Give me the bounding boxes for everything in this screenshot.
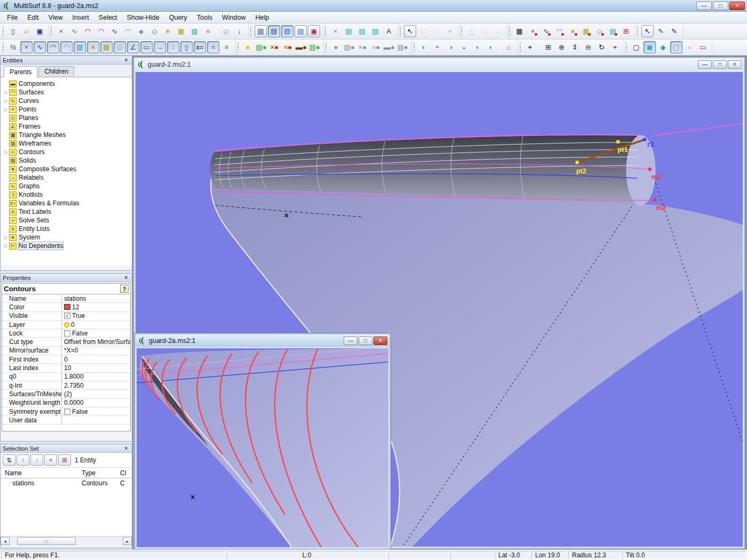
drag-curve-button[interactable]: ∿ <box>540 25 552 37</box>
menu-query[interactable]: Query <box>164 12 192 23</box>
pick-curve-pen-button[interactable]: ✎ <box>668 25 680 37</box>
scroll-thumb[interactable]: ||| <box>17 537 76 545</box>
app-minimize-button[interactable]: — <box>696 2 712 10</box>
show-selected-button[interactable]: ▤● <box>255 41 267 53</box>
view-home-button[interactable]: ⌂ <box>503 41 515 53</box>
column-class[interactable]: Cl <box>120 469 132 477</box>
hide-all-button[interactable]: ● <box>330 41 342 53</box>
tab-parents[interactable]: Parents <box>4 66 37 77</box>
toolbar-grip[interactable] <box>519 42 522 53</box>
filter-snake-button[interactable]: ◠ <box>47 41 59 53</box>
properties-close-icon[interactable]: × <box>123 275 130 281</box>
filter-contour-button[interactable]: ≈ <box>207 41 219 53</box>
expander-icon[interactable]: ▷ <box>3 90 9 95</box>
filter-trimesh-button[interactable]: ▦ <box>100 41 113 53</box>
insert-solid-button[interactable]: ▧ <box>188 25 201 37</box>
toolbar-grip[interactable] <box>2 26 5 37</box>
toolbar-grip[interactable] <box>508 26 511 37</box>
tree-item-variables-formulas[interactable]: x=Variables & Formulas <box>3 199 132 207</box>
window-list-button[interactable]: ▤ <box>268 25 280 37</box>
view-profile-button[interactable]: ◐ <box>418 41 430 53</box>
insert-surface-button[interactable]: ◠ <box>122 25 134 37</box>
show-all-button[interactable]: ● <box>242 41 254 53</box>
toolbar-grip[interactable] <box>250 26 252 37</box>
view-body-button[interactable]: ◑ <box>444 41 457 53</box>
prop-value[interactable]: *X=0 <box>62 347 130 354</box>
filter-layers-button[interactable]: ≡ <box>220 41 233 53</box>
zoom-vertical-button[interactable]: ⇕ <box>569 41 581 53</box>
render-hidden-line-button[interactable]: ▢ <box>670 41 682 53</box>
insert-snake-button[interactable]: ◠ <box>82 25 94 37</box>
tree-item-system[interactable]: ▷∗System <box>3 233 132 242</box>
insert-contours-button[interactable]: ≈ <box>202 25 214 37</box>
selset-reorder-button[interactable]: ⇅ <box>3 454 15 466</box>
prop-value[interactable]: False <box>62 408 130 415</box>
filter-knotlist-button[interactable]: ∶ <box>167 41 179 53</box>
window-properties-button[interactable]: ▤ <box>295 25 307 37</box>
expander-icon[interactable]: ▷ <box>3 235 9 240</box>
tree-item-frames[interactable]: ∠Frames <box>3 122 132 131</box>
tree-item-composite-surfaces[interactable]: ∗Composite Surfaces <box>3 165 132 173</box>
tree-item-surfaces[interactable]: ▷◠Surfaces <box>3 88 132 97</box>
selset-move-down-button[interactable]: ↓ <box>30 454 43 466</box>
selset-delete-button[interactable]: × <box>44 454 57 466</box>
closeup-maximize-button[interactable]: □ <box>359 337 372 345</box>
filter-variable-button[interactable]: x= <box>194 41 206 53</box>
open-file-button[interactable]: ▱ <box>20 25 33 37</box>
prop-value[interactable]: 10 <box>62 364 130 372</box>
toolbar-grip[interactable] <box>413 42 416 53</box>
main-view-title-bar[interactable]: guard-2.ms2:1 — □ × <box>134 58 744 71</box>
toolbar-grip[interactable] <box>50 26 53 37</box>
app-maximize-button[interactable]: □ <box>713 2 728 10</box>
hide-labels-button[interactable]: ▬● <box>383 41 395 53</box>
selset-move-up-button[interactable]: ↑ <box>17 454 29 466</box>
snap-grid-button[interactable]: ▦ <box>513 25 526 37</box>
tree-item-triangle-meshes[interactable]: ▦Triangle Meshes <box>3 131 132 139</box>
menu-tools[interactable]: Tools <box>192 12 217 23</box>
expander-icon[interactable]: ▷ <box>3 244 9 249</box>
scroll-right-icon[interactable]: ▸ <box>123 537 132 545</box>
render-shaded-button[interactable]: ▣ <box>643 41 656 53</box>
tree-item-components[interactable]: ▬Components <box>3 79 132 88</box>
insert-curve-button[interactable]: ∿ <box>68 25 81 37</box>
toolbar-grip[interactable] <box>2 42 5 53</box>
pt1-marker[interactable] <box>616 140 619 143</box>
drag-trimesh-button[interactable]: ▦ <box>580 25 592 37</box>
checkbox[interactable]: ✓ <box>64 313 70 319</box>
prop-value[interactable]: 1.8000 <box>62 373 130 380</box>
insert-more-button[interactable]: ↓ <box>233 25 245 37</box>
m2-marker[interactable] <box>653 198 656 202</box>
selection-hscrollbar[interactable]: ◂ ||| ▸ <box>1 536 132 545</box>
menu-window[interactable]: Window <box>217 12 250 23</box>
select-list-add-button[interactable]: ▤ <box>356 25 368 37</box>
closeup-title-bar[interactable]: guard-2a.ms2:1 — □ × <box>136 334 390 347</box>
tree-item-wireframes[interactable]: ▨Wireframes <box>3 139 132 148</box>
view-perspective-button[interactable]: ◖ <box>471 41 483 53</box>
hide-selected-button[interactable]: ▤● <box>343 41 355 53</box>
tab-children[interactable]: Children <box>38 66 74 77</box>
prop-value[interactable]: 0.0000 <box>62 399 130 406</box>
tree-item-knotlists[interactable]: ∶iKnotlists <box>3 190 132 199</box>
column-type[interactable]: Type <box>82 469 120 477</box>
closeup-close-button[interactable]: × <box>374 337 387 345</box>
zoom-window-button[interactable]: ⊞ <box>542 41 554 53</box>
insert-surface-net-button[interactable]: ◈ <box>135 25 147 37</box>
window-tree-button[interactable]: ▤ <box>255 25 267 37</box>
filter-plane-button[interactable]: ◇ <box>114 41 126 53</box>
filter-surface-button[interactable]: ◠ <box>60 41 73 53</box>
scroll-left-icon[interactable]: ◂ <box>1 537 10 545</box>
tree-item-contours[interactable]: ▷≈Contours <box>3 148 132 156</box>
expander-icon[interactable]: ▷ <box>3 150 9 155</box>
insert-magnet-button[interactable]: ◠ <box>95 25 107 37</box>
toolbar-grip[interactable] <box>460 26 463 37</box>
select-list-remove-button[interactable]: ▤ <box>369 25 382 37</box>
prop-value[interactable]: 0 <box>62 321 130 329</box>
x-point-marker[interactable]: × <box>190 493 195 501</box>
filter-relabel-button[interactable]: → <box>154 41 166 53</box>
insert-composite-button[interactable]: ∗ <box>162 25 174 37</box>
drag-list-button[interactable]: ▤ <box>607 25 619 37</box>
x-point-marker[interactable]: × <box>284 211 289 220</box>
insert-plane-button[interactable]: ◇ <box>220 25 232 37</box>
prop-value[interactable]: Offset from Mirror/Surface <box>62 338 130 346</box>
insert-surface-lofted-button[interactable]: ◇ <box>148 25 161 37</box>
